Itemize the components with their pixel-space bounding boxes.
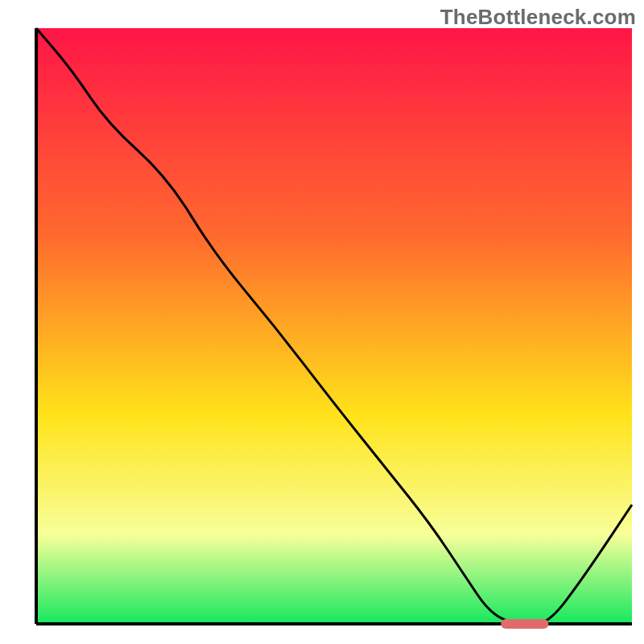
gradient-background — [36, 28, 632, 624]
watermark-text: TheBottleneck.com — [440, 5, 636, 30]
optimum-marker — [501, 619, 548, 629]
chart-container: TheBottleneck.com — [0, 0, 644, 644]
bottleneck-chart — [0, 0, 644, 644]
